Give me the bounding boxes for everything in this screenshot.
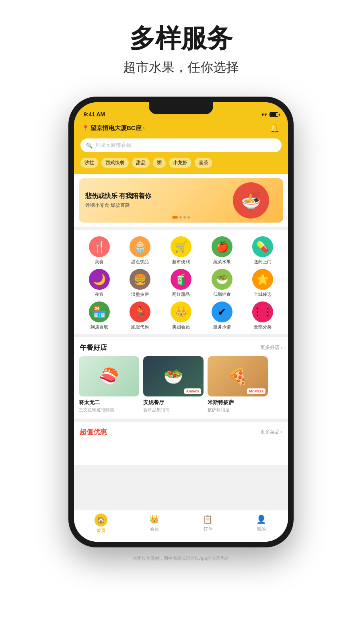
top-nav: 📍 望京恒电大厦BC座 › 🔔: [74, 120, 288, 138]
lunch-title: 午餐好店: [80, 343, 107, 352]
page-subtitle: 超市水果，任你选择: [123, 59, 239, 76]
restaurant-list: 🍣将太无二三文鱼味道很鲜美Annie's🥗安妮餐厅食材品质很高Mr.Pizza🍕…: [74, 356, 288, 419]
restaurants-section: 午餐好店 更多好店 › 🍣将太无二三文鱼味道很鲜美Annie's🥗安妮餐厅食材品…: [74, 337, 288, 419]
category-grid: 🍴美食🧁甜点饮品🛒超市便利🍎蔬菜水果💊送药上门🌙夜宵🍔汉堡披萨🧃网红甜品🥗低脂轻…: [79, 236, 283, 330]
location-pin-icon: 📍: [82, 125, 89, 131]
search-bar[interactable]: 🔍 川成元麻辣香锅: [80, 138, 282, 152]
deals-more[interactable]: 更多菜品 ›: [260, 429, 282, 436]
category-icon: 🥗: [212, 269, 232, 290]
tags-section: 沙拉西式快餐甜品粥小龙虾喜茶: [74, 158, 288, 174]
category-item[interactable]: 💊送药上门: [242, 236, 283, 265]
category-icon: 🌙: [89, 269, 110, 290]
status-icons: ▾▾: [261, 111, 278, 118]
category-item[interactable]: 🥗低脂轻食: [202, 269, 243, 297]
restaurant-badge: Mr.Pizza: [247, 388, 265, 394]
category-item[interactable]: 🍎蔬菜水果: [202, 236, 243, 265]
dot-3: [183, 216, 186, 219]
deals-header: 超值优惠 更多菜品 ›: [74, 422, 288, 441]
deals-title: 超值优惠: [80, 427, 107, 437]
tag-item[interactable]: 喜茶: [195, 158, 212, 168]
nav-item-首页[interactable]: 🏠首页: [74, 514, 128, 534]
phone-frame: 9:41 AM ▾▾ 📍 望京恒电大厦BC座 › 🔔: [68, 97, 294, 547]
category-label: 全部分类: [254, 324, 272, 330]
category-icon: 🏪: [89, 301, 110, 322]
category-icon: 👑: [171, 301, 191, 322]
category-icon: ✔: [212, 301, 232, 322]
battery-icon: [269, 112, 278, 117]
category-label: 蔬菜水果: [213, 259, 231, 265]
category-icon: ⋮⋮: [252, 301, 273, 322]
tag-item[interactable]: 沙拉: [80, 158, 98, 168]
category-label: 美团会员: [172, 324, 190, 330]
category-item[interactable]: 🌙夜宵: [79, 269, 120, 297]
category-item[interactable]: 🍴美食: [79, 236, 120, 265]
restaurant-card[interactable]: Mr.Pizza🍕米斯特披萨披萨料很足: [208, 356, 268, 413]
nav-item-我的[interactable]: 👤我的: [234, 514, 288, 534]
nav-label-订单: 订单: [204, 526, 212, 532]
category-label: 服务承诺: [213, 324, 231, 330]
category-icon: 🛒: [171, 236, 191, 257]
nav-icon-我的: 👤: [256, 514, 266, 524]
category-label: 低脂轻食: [213, 291, 231, 297]
category-item[interactable]: ⭐全城臻选: [242, 269, 283, 297]
category-label: 全城臻选: [254, 291, 272, 297]
restaurant-card[interactable]: Annie's🥗安妮餐厅食材品质很高: [143, 356, 204, 413]
category-label: 送药上门: [254, 259, 272, 265]
restaurant-desc: 食材品质很高: [143, 407, 204, 413]
category-label: 到店自取: [90, 324, 108, 330]
wifi-icon: ▾▾: [261, 111, 267, 118]
banner-section: 悲伤或快乐 有我陪着你 馋嘴小零食 爆款直降: [74, 174, 288, 227]
dot-4: [187, 216, 190, 219]
nav-home-icon: 🏠: [95, 514, 107, 526]
footer-note: 本图仅为示例，图中商品或活动以App内公示为准: [133, 547, 229, 574]
tag-item[interactable]: 西式快餐: [101, 158, 129, 168]
restaurant-card[interactable]: 🍣将太无二三文鱼味道很鲜美: [79, 356, 139, 413]
location-chevron-icon: ›: [143, 126, 145, 130]
search-section: 🔍 川成元麻辣香锅: [74, 138, 288, 158]
category-item[interactable]: 🛒超市便利: [160, 236, 202, 265]
phone-mockup: 9:41 AM ▾▾ 📍 望京恒电大厦BC座 › 🔔: [68, 97, 294, 547]
banner[interactable]: 悲伤或快乐 有我陪着你 馋嘴小零食 爆款直降: [79, 178, 283, 223]
page-title: 多样服务: [123, 24, 239, 52]
category-item[interactable]: 🏪到店自取: [79, 301, 120, 330]
category-icon: 🧁: [130, 236, 150, 257]
bell-icon[interactable]: 🔔: [270, 123, 280, 133]
category-icon: 🍔: [130, 269, 150, 290]
category-item[interactable]: ✔服务承诺: [202, 301, 243, 330]
category-item[interactable]: 🏃跑腿代购: [120, 301, 161, 330]
category-icon: 🍴: [89, 236, 110, 257]
category-label: 美食: [95, 259, 104, 265]
tag-item[interactable]: 小龙虾: [169, 158, 191, 168]
restaurant-name: 米斯特披萨: [208, 399, 268, 406]
tag-item[interactable]: 粥: [153, 158, 166, 168]
category-item[interactable]: 👑美团会员: [160, 301, 202, 330]
search-input: 川成元麻辣香锅: [95, 142, 132, 149]
status-time: 9:41 AM: [84, 111, 105, 118]
category-label: 汉堡披萨: [131, 291, 149, 297]
food-image: [233, 182, 269, 219]
category-icon: 💊: [252, 236, 273, 257]
location-area[interactable]: 📍 望京恒电大厦BC座 ›: [82, 124, 144, 132]
tag-item[interactable]: 甜品: [132, 158, 150, 168]
restaurant-badge: Annie's: [184, 388, 201, 394]
category-item[interactable]: 🧁甜点饮品: [120, 236, 161, 265]
phone-screen: 9:41 AM ▾▾ 📍 望京恒电大厦BC座 › 🔔: [74, 102, 288, 542]
lunch-more[interactable]: 更多好店 ›: [260, 344, 282, 351]
deals-section: 超值优惠 更多菜品 ›: [74, 422, 288, 465]
category-label: 甜点饮品: [131, 259, 149, 265]
category-item[interactable]: ⋮⋮全部分类: [242, 301, 283, 330]
restaurant-desc: 披萨料很足: [208, 407, 268, 413]
banner-food-visual: [223, 178, 279, 223]
category-item[interactable]: 🧃网红甜品: [160, 269, 202, 297]
scroll-content[interactable]: 🔍 川成元麻辣香锅 沙拉西式快餐甜品粥小龙虾喜茶 悲伤或快乐 有我陪着你 馋嘴小…: [74, 138, 288, 510]
category-item[interactable]: 🍔汉堡披萨: [120, 269, 161, 297]
banner-dots: [172, 216, 190, 219]
nav-item-会员[interactable]: 👑会员: [128, 514, 181, 534]
nav-icon-订单: 📋: [203, 514, 213, 524]
dot-2: [179, 216, 182, 219]
nav-item-订单[interactable]: 📋订单: [181, 514, 234, 534]
category-icon: ⭐: [252, 269, 273, 290]
location-text: 望京恒电大厦BC座: [90, 124, 142, 132]
nav-icon-会员: 👑: [149, 514, 159, 524]
category-icon: 🏃: [130, 301, 150, 322]
